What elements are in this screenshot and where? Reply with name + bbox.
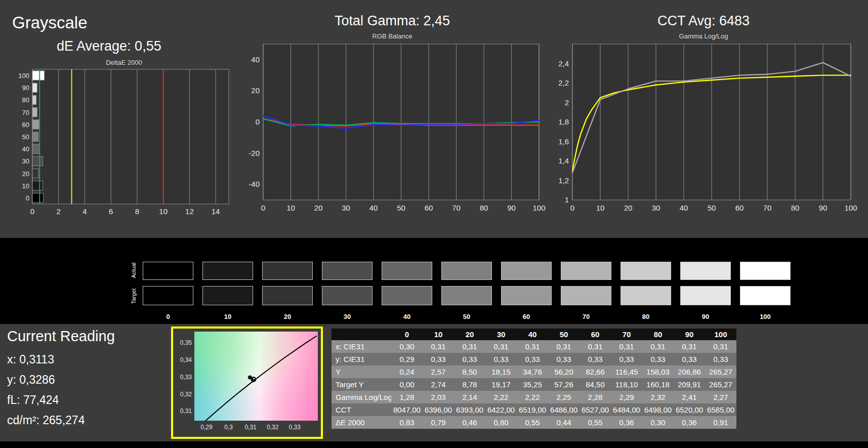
- bottom-bar: [0, 441, 868, 448]
- x-tick-label: 80: [480, 203, 488, 212]
- swatch-level-label: 30: [322, 313, 373, 320]
- table-row: Gamma Log/Log1,282,032,142,222,222,252,2…: [332, 391, 736, 403]
- table-cell: 0,31: [423, 340, 454, 353]
- y-tick-label: 1,6: [558, 137, 569, 146]
- target-swatch: [740, 286, 791, 305]
- table-header-cell: 70: [611, 329, 642, 340]
- table-cell: 18,15: [485, 365, 517, 378]
- table-cell: 2,74: [423, 378, 454, 391]
- table-cell: 0,30: [391, 340, 423, 353]
- x-tick-label: 20: [314, 203, 323, 212]
- y-tick-label: 70: [22, 109, 29, 116]
- deltae-bar: [32, 132, 38, 141]
- x-tick-label: 0: [570, 203, 574, 212]
- cie-y-tick-label: 0,32: [180, 391, 192, 398]
- table-header-cell: 80: [642, 329, 674, 340]
- y-tick-label: 40: [251, 55, 260, 64]
- table-cell: 265,27: [705, 378, 736, 391]
- table-cell: 2,41: [674, 391, 705, 403]
- table-cell: 2,03: [423, 391, 454, 403]
- cie-x-tick-label: 0,33: [289, 424, 301, 431]
- swatch-level-label: 20: [262, 313, 313, 320]
- table-cell: 0,31: [580, 340, 611, 353]
- table-cell: 6422,00: [485, 403, 517, 416]
- y-tick-label: 2: [565, 98, 569, 107]
- deltae-bar: [32, 193, 43, 202]
- swatch-level-label: 0: [143, 313, 193, 320]
- deltae-chart-title: DeltaE 2000: [15, 59, 233, 66]
- x-tick-label: 6: [109, 207, 113, 216]
- table-cell: 0,79: [423, 416, 454, 429]
- gamma-chart-title: Gamma Log/Log: [549, 32, 858, 40]
- table-header-cell: 10: [423, 329, 454, 340]
- swatch-level-label: 80: [621, 313, 671, 320]
- rgb-balance-chart-block: RGB Balance 0102030405060708090100-40-20…: [238, 32, 547, 216]
- deltae-bar: [32, 107, 37, 116]
- table-cell: 0,31: [485, 340, 517, 353]
- table-cell: 0,55: [580, 416, 611, 429]
- table-cell: 0,31: [454, 340, 485, 353]
- table-cell: 0,33: [705, 353, 736, 365]
- table-cell: 0,33: [454, 353, 485, 365]
- x-tick-label: 40: [680, 203, 688, 212]
- table-cell: 2,22: [485, 391, 517, 403]
- table-cell: 2,27: [705, 391, 736, 403]
- y-tick-label: 20: [251, 86, 260, 95]
- table-cell: 0,33: [642, 353, 674, 365]
- table-cell: 6393,00: [454, 403, 485, 416]
- y-tick-label: 90: [22, 84, 29, 92]
- table-cell: 19,17: [485, 378, 517, 391]
- table-header-cell: 20: [454, 329, 485, 340]
- x-tick-label: 70: [452, 203, 461, 212]
- table-header-cell: 60: [580, 329, 611, 340]
- actual-row-label: Actual: [131, 259, 137, 281]
- target-swatch: [262, 286, 313, 305]
- x-tick-label: 10: [286, 203, 295, 212]
- cct-avg-label: CCT Avg: 6483: [549, 13, 858, 29]
- table-row-label: Gamma Log/Log: [332, 391, 391, 403]
- y-tick-label: 0: [256, 117, 260, 126]
- table-cell: 0,33: [423, 353, 454, 365]
- table-cell: 0,36: [674, 416, 705, 429]
- cie-y-tick-label: 0,34: [180, 356, 192, 363]
- table-cell: 35,25: [517, 378, 548, 391]
- table-row-label: ΔE 2000: [332, 416, 391, 429]
- actual-swatch: [202, 262, 253, 280]
- x-tick-label: 4: [82, 207, 87, 216]
- deltae-bar: [32, 95, 36, 104]
- y-tick-label: 80: [22, 96, 29, 104]
- y-tick-label: 1,2: [558, 176, 569, 185]
- x-tick-label: 14: [212, 207, 220, 216]
- table-cell: 0,24: [391, 365, 423, 378]
- table-cell: 0,30: [642, 416, 674, 429]
- deltae-bar: [32, 120, 39, 129]
- table-cell: 0,33: [548, 353, 580, 365]
- table-cell: 0,44: [548, 416, 580, 429]
- y-tick-label: 0: [26, 194, 29, 202]
- y-tick-label: -40: [249, 180, 260, 188]
- actual-swatch: [322, 262, 373, 280]
- table-row-label: Target Y: [332, 378, 391, 391]
- table-cell: 0,31: [611, 340, 642, 353]
- rgb-balance-chart: 0102030405060708090100-40-2002040: [238, 41, 547, 216]
- calibration-report: Grayscale dE Average: 0,55 Total Gamma: …: [0, 0, 868, 448]
- reading-y: y: 0,3286: [7, 373, 55, 387]
- x-tick-label: 80: [791, 203, 800, 212]
- table-cell: 56,20: [548, 365, 580, 378]
- x-tick-label: 100: [844, 203, 857, 212]
- x-tick-label: 10: [596, 203, 605, 212]
- table-row: y: CIE310,290,330,330,330,330,330,330,33…: [332, 353, 736, 365]
- cie-diagram: 0,290,30,310,320,330,310,320,330,340,35: [173, 329, 321, 437]
- table-cell: 0,33: [611, 353, 642, 365]
- table-cell: 6519,00: [517, 403, 548, 416]
- y-tick-label: 10: [22, 182, 29, 190]
- x-tick-label: 50: [397, 203, 405, 212]
- table-cell: 6498,00: [642, 403, 674, 416]
- target-swatch: [680, 286, 731, 305]
- gamma-chart: 010203040506070809010011,21,41,61,822,22…: [549, 41, 858, 216]
- table-cell: 0,31: [517, 340, 548, 353]
- x-tick-label: 40: [369, 203, 378, 212]
- actual-swatch: [561, 262, 611, 280]
- table-cell: 0,91: [705, 416, 736, 429]
- y-tick-label: 2,2: [558, 78, 569, 87]
